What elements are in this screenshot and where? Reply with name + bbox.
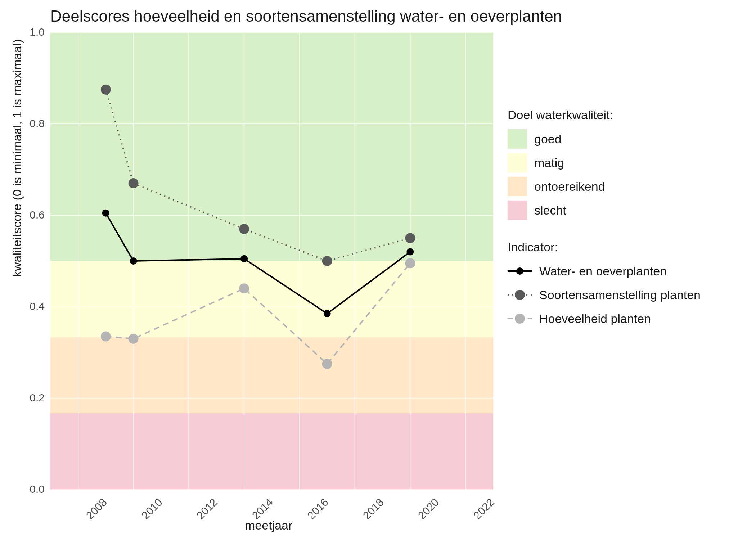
svg-point-39 [239,224,249,234]
svg-point-40 [322,256,332,266]
x-tick-label: 2008 [84,496,109,522]
legend-quality-item: matig [508,151,701,175]
svg-point-43 [129,334,139,344]
svg-point-38 [129,178,139,188]
legend-indicator-item: Hoeveelheid planten [508,307,701,330]
legend-line-icon [508,289,532,301]
legend-quality-item: ontoereikend [508,175,701,198]
legend-indicator-title: Indicator: [508,240,701,254]
legend-quality-item: slecht [508,198,701,222]
legend-quality-label: goed [534,132,562,146]
svg-point-32 [102,210,109,217]
x-tick-label: 2018 [360,496,386,522]
svg-point-34 [240,255,248,262]
legend-quality-label: ontoereikend [534,180,605,194]
x-tick-label: 2022 [471,496,497,522]
x-tick-label: 2010 [139,496,165,522]
legend-quality-item: goed [508,127,701,151]
svg-point-45 [322,359,332,369]
x-tick-label: 2012 [194,496,220,522]
svg-point-46 [405,258,415,268]
svg-point-50 [515,290,525,300]
svg-rect-3 [50,413,493,490]
x-tick-label: 2016 [305,496,330,522]
y-tick-label: 0.4 [23,300,45,312]
legend-quality-label: matig [534,156,564,170]
svg-point-52 [515,314,525,324]
svg-rect-2 [50,337,493,413]
svg-point-33 [130,257,137,265]
y-tick-label: 0.0 [23,483,45,495]
legend-indicator-items: Water- en oeverplantenSoortensamenstelli… [508,259,701,330]
legend-quality-label: slecht [534,203,566,217]
legend-quality-items: goedmatigontoereikendslecht [508,127,701,222]
legend-line-icon [508,312,532,325]
legend-indicator-label: Hoeveelheid planten [539,312,651,326]
x-tick-label: 2014 [250,496,275,522]
svg-point-36 [406,248,414,256]
svg-point-42 [101,332,111,342]
x-tick-label: 2020 [416,496,441,522]
legend: Doel waterkwaliteit: goedmatigontoereike… [508,108,701,330]
plot-area [50,32,493,490]
legend-indicator-item: Water- en oeverplanten [508,259,701,283]
legend-swatch [508,177,527,196]
y-tick-label: 0.8 [23,117,45,130]
svg-point-37 [101,85,111,95]
svg-point-35 [324,310,331,317]
svg-point-41 [405,233,415,243]
legend-swatch [508,153,527,172]
legend-quality-title: Doel waterkwaliteit: [508,108,701,122]
chart-title: Deelscores hoeveelheid en soortensamenst… [50,7,562,25]
svg-point-44 [239,283,249,293]
legend-line-icon [508,265,532,277]
legend-indicator-item: Soortensamenstelling planten [508,283,701,307]
legend-swatch [508,201,527,220]
x-axis-label: meetjaar [245,518,292,532]
legend-indicator-label: Soortensamenstelling planten [539,288,701,302]
chart-container: Deelscores hoeveelheid en soortensamenst… [0,0,756,540]
svg-rect-0 [50,32,493,261]
plot-svg [50,32,493,490]
y-tick-label: 0.6 [23,209,45,221]
svg-rect-1 [50,261,493,337]
legend-swatch [508,129,527,149]
y-tick-label: 1.0 [23,26,45,38]
y-axis-label: kwaliteitscore (0 is minimaal, 1 is maxi… [10,39,24,277]
svg-point-48 [516,267,523,275]
legend-indicator-label: Water- en oeverplanten [539,264,667,278]
y-tick-label: 0.2 [23,392,45,404]
